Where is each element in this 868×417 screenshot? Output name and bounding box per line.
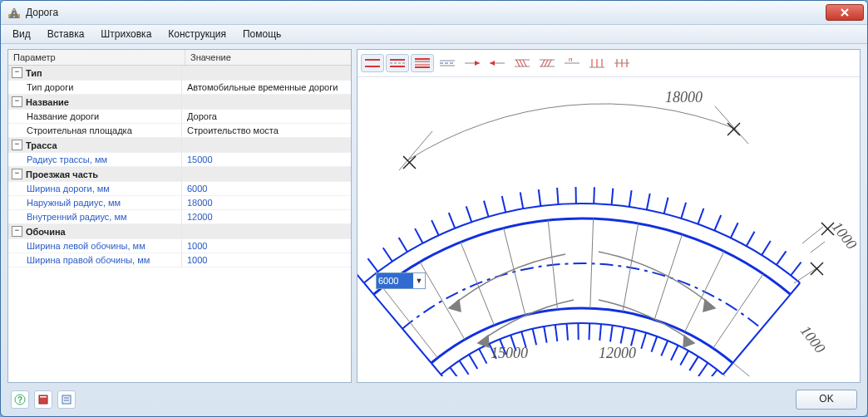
svg-line-24	[520, 60, 523, 66]
propgrid-header-param: Параметр	[8, 50, 185, 65]
svg-line-105	[747, 232, 755, 247]
ok-button[interactable]: OK	[796, 390, 857, 410]
svg-line-110	[450, 367, 460, 376]
menu-insert[interactable]: Вставка	[39, 27, 93, 42]
tool-style-8[interactable]	[535, 54, 559, 72]
svg-line-61	[399, 131, 432, 170]
svg-line-92	[520, 193, 524, 209]
svg-line-93	[539, 189, 541, 206]
notes-button[interactable]	[57, 390, 76, 409]
tool-style-10[interactable]	[585, 54, 609, 72]
collapse-icon: −	[12, 67, 22, 78]
close-button[interactable]	[826, 4, 864, 21]
tool-style-9[interactable]: n	[560, 54, 584, 72]
help-button[interactable]: ?	[11, 390, 29, 409]
dim-12000: 12000	[599, 345, 636, 361]
propgrid-row[interactable]: Название дорогиДорога	[8, 110, 351, 124]
tool-style-1[interactable]	[361, 54, 384, 72]
dimension-combo[interactable]: 6000 ▼	[376, 272, 426, 289]
svg-line-87	[432, 220, 439, 235]
propgrid-row[interactable]: Ширина левой обочины, мм1000	[8, 239, 351, 253]
dialog-window: Дорога Вид Вставка Штриховка Конструкция…	[0, 0, 868, 417]
svg-line-86	[415, 228, 422, 243]
svg-rect-139	[40, 396, 47, 398]
propgrid-row[interactable]: Строительная площадкаСтроительство моста	[8, 124, 351, 138]
tool-style-3[interactable]	[411, 54, 434, 72]
propgrid-group[interactable]: −Название	[8, 95, 351, 110]
propgrid-row[interactable]: Наружный радиус, мм18000	[8, 196, 351, 210]
svg-line-118	[533, 329, 537, 346]
collapse-icon: −	[12, 96, 22, 107]
svg-marker-57	[449, 300, 461, 312]
svg-line-121	[567, 324, 568, 341]
svg-line-46	[723, 363, 733, 375]
propgrid-row[interactable]: Ширина дороги, мм6000	[8, 182, 351, 196]
svg-line-119	[544, 326, 546, 343]
svg-line-66	[733, 363, 777, 376]
road-drawing: 18000 1000 1000 15000 12000	[358, 77, 856, 376]
svg-line-111	[459, 361, 468, 375]
svg-line-42	[732, 294, 790, 363]
svg-line-102	[698, 208, 704, 224]
svg-line-25	[523, 60, 526, 66]
svg-rect-140	[62, 395, 71, 404]
dimension-combo-value: 6000	[377, 273, 413, 288]
svg-line-125	[610, 326, 613, 342]
menu-hatch[interactable]: Штриховка	[92, 27, 160, 42]
propgrid-row[interactable]: Радиус трассы, мм15000	[8, 153, 351, 167]
svg-line-101	[681, 203, 686, 218]
propgrid-row[interactable]: Внутренний радиус, мм12000	[8, 210, 351, 224]
tool-style-7[interactable]	[510, 54, 534, 72]
propgrid-group[interactable]: −Тип	[8, 66, 351, 81]
svg-line-98	[629, 190, 632, 207]
collapse-icon: −	[12, 169, 22, 179]
svg-line-130	[661, 341, 668, 356]
svg-line-109	[441, 375, 451, 376]
svg-text:n: n	[569, 57, 572, 63]
tool-style-2[interactable]	[386, 54, 409, 72]
svg-line-28	[541, 60, 545, 66]
svg-line-104	[731, 223, 738, 238]
preview-panel: n	[357, 49, 861, 383]
svg-line-49	[461, 242, 495, 325]
propgrid-row[interactable]: Ширина правой обочины, мм1000	[8, 253, 351, 267]
menu-help[interactable]: Помощь	[234, 27, 289, 42]
svg-line-134	[698, 363, 708, 376]
svg-line-90	[484, 201, 489, 217]
svg-line-82	[358, 270, 364, 282]
preview-canvas[interactable]: 18000 1000 1000 15000 12000 6000 ▼	[358, 77, 860, 382]
menu-view[interactable]: Вид	[4, 27, 39, 42]
tool-style-4[interactable]	[436, 54, 459, 72]
manual-button[interactable]	[34, 390, 52, 409]
svg-line-29	[545, 60, 548, 66]
svg-marker-59	[478, 336, 489, 347]
dim-1000-bottom: 1000	[797, 322, 829, 356]
close-icon	[841, 8, 849, 17]
svg-line-99	[647, 194, 650, 210]
tool-style-5[interactable]	[461, 54, 484, 72]
propgrid-header-value: Значение	[185, 50, 351, 65]
svg-line-55	[685, 252, 724, 332]
tool-style-6[interactable]	[486, 54, 509, 72]
propgrid-group[interactable]: −Трасса	[8, 138, 351, 153]
svg-line-23	[516, 60, 520, 66]
svg-text:?: ?	[17, 395, 22, 405]
svg-line-91	[502, 196, 506, 213]
svg-line-67	[723, 375, 767, 376]
propgrid-group[interactable]: −Обочина	[8, 224, 351, 239]
propgrid-group[interactable]: −Проезжая часть	[8, 167, 351, 182]
svg-line-127	[631, 330, 635, 346]
svg-line-85	[399, 238, 407, 252]
svg-line-56	[713, 274, 763, 349]
svg-line-126	[621, 327, 624, 344]
svg-line-133	[689, 356, 698, 370]
preview-toolbar: n	[358, 50, 860, 77]
book-icon	[37, 394, 49, 405]
svg-marker-18	[475, 61, 480, 66]
property-grid: Параметр Значение −ТипТип дорогиАвтомоби…	[7, 49, 352, 383]
svg-line-132	[680, 351, 688, 365]
tool-style-11[interactable]	[610, 54, 634, 72]
propgrid-row[interactable]: Тип дорогиАвтомобильные временные дороги	[8, 81, 351, 95]
menu-constr[interactable]: Конструкция	[160, 27, 234, 42]
svg-marker-60	[683, 336, 694, 347]
